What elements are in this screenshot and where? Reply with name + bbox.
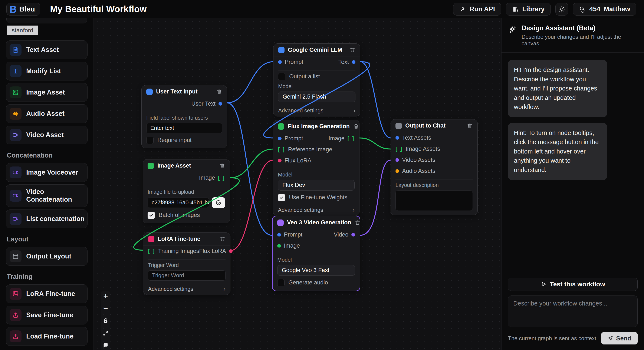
- image-icon: [10, 288, 22, 300]
- input-port-prompt[interactable]: [277, 233, 281, 236]
- credits-user-button[interactable]: 454 Matthew: [573, 3, 636, 16]
- delete-node-icon[interactable]: [219, 163, 225, 169]
- node-user-text-input[interactable]: User Text Input User Text Field label sh…: [142, 85, 227, 148]
- node-google-gemini-llm[interactable]: Google Gemini LLM Prompt Text Output a l…: [273, 44, 360, 116]
- sidebar-item-image-asset[interactable]: Image Asset: [6, 83, 88, 102]
- fit-view-button[interactable]: [102, 330, 109, 337]
- design-assistant-panel: Design Assistant (Beta) Describe your ch…: [501, 18, 644, 350]
- input-port-reference-image[interactable]: [ ]: [278, 146, 285, 153]
- input-port-audio-assets[interactable]: [396, 169, 399, 173]
- advanced-settings-toggle[interactable]: Advanced settings ›: [274, 105, 360, 116]
- trigger-word-input[interactable]: Trigger Word: [148, 270, 226, 280]
- output-a-list-checkbox[interactable]: [278, 73, 285, 80]
- node-flux-image-generation[interactable]: Flux Image Generation Prompt Image[ ] [ …: [273, 120, 360, 216]
- input-port-prompt[interactable]: [278, 60, 282, 64]
- sun-icon: [558, 6, 566, 13]
- layout-description-input[interactable]: [396, 190, 473, 211]
- input-port-prompt[interactable]: [278, 137, 282, 140]
- assistant-composer-input[interactable]: [508, 296, 638, 327]
- sidebar-item-list-concatenation[interactable]: List concatenation: [6, 210, 88, 228]
- image-icon: [10, 86, 22, 98]
- drag-tag-chip: stanford: [7, 26, 38, 35]
- output-port-flux-lora[interactable]: [229, 249, 232, 253]
- node-type-icon: [148, 236, 154, 242]
- zoom-out-button[interactable]: −: [102, 305, 109, 312]
- layout-icon: [10, 250, 22, 262]
- node-veo-3-video-generation[interactable]: Veo 3 Video Generation Prompt Video Imag…: [272, 216, 360, 291]
- input-port-video-assets[interactable]: [396, 158, 399, 162]
- chevron-right-icon: ›: [352, 207, 354, 213]
- advanced-settings-toggle[interactable]: Advanced settings ›: [143, 283, 230, 295]
- model-select[interactable]: Google Veo 3 Fast: [277, 265, 355, 276]
- workflow-title[interactable]: My Beautiful Workflow: [50, 4, 147, 14]
- input-port-text-assets[interactable]: [396, 136, 399, 140]
- sparkles-icon: [508, 25, 517, 47]
- node-lora-fine-tune[interactable]: LoRA Fine-tune [ ]Training Images Flux L…: [143, 232, 230, 295]
- send-button[interactable]: Send: [601, 332, 638, 344]
- output-port-video[interactable]: [352, 233, 355, 236]
- test-workflow-button[interactable]: Test this workflow: [508, 278, 638, 291]
- delete-node-icon[interactable]: [353, 124, 359, 130]
- sidebar-item-audio-asset[interactable]: Audio Asset: [6, 104, 88, 123]
- input-port-flux-lora[interactable]: [278, 159, 282, 162]
- context-note: The current graph is sent as context.: [508, 335, 598, 342]
- home-logo-button[interactable]: B Bleu: [6, 3, 40, 16]
- sidebar-item-modify-list[interactable]: Modify List: [6, 62, 88, 80]
- credits-count: 454: [589, 5, 600, 13]
- canvas-toolbar: + −: [101, 291, 110, 350]
- delete-node-icon[interactable]: [216, 89, 222, 95]
- audio-waveform-icon: [10, 108, 22, 120]
- zoom-in-button[interactable]: +: [102, 292, 109, 300]
- upload-icon: [10, 330, 22, 342]
- require-input-checkbox[interactable]: [146, 137, 154, 144]
- output-port-image-list[interactable]: [ ]: [218, 174, 225, 181]
- lock-toggle-button[interactable]: [102, 317, 109, 324]
- image-file-input[interactable]: c27f8988-16a0-45b1-b269-35: [148, 198, 209, 208]
- send-plane-icon: [608, 336, 613, 341]
- delete-node-icon[interactable]: [354, 220, 360, 226]
- top-bar: B Bleu My Beautiful Workflow Run API Lib…: [0, 0, 644, 18]
- comments-toggle-button[interactable]: [102, 342, 109, 349]
- use-fine-tune-weights-checkbox[interactable]: [278, 194, 285, 201]
- input-port-training-images[interactable]: [ ]: [148, 248, 155, 254]
- field-label-input[interactable]: Enter text: [146, 123, 222, 133]
- sidebar-item-video-asset[interactable]: Video Asset: [6, 126, 88, 144]
- model-select[interactable]: Flux Dev: [278, 180, 354, 190]
- generate-audio-checkbox[interactable]: [277, 279, 284, 286]
- sidebar-item-image-voiceover[interactable]: Image Voiceover: [6, 163, 88, 182]
- batch-of-images-checkbox[interactable]: [148, 212, 155, 219]
- output-port-image-list[interactable]: [ ]: [347, 135, 354, 142]
- output-port-text[interactable]: [352, 60, 356, 64]
- sidebar-item-video-concatenation[interactable]: Video Concatenation: [6, 184, 88, 207]
- delete-node-icon[interactable]: [467, 123, 473, 129]
- text-asset-icon: [10, 44, 22, 56]
- play-icon: [540, 281, 546, 287]
- node-output-to-chat[interactable]: Output to Chat Text Assets [ ]Image Asse…: [390, 119, 478, 215]
- theme-toggle-button[interactable]: [556, 3, 568, 16]
- node-image-asset[interactable]: Image Asset Image[ ] Image file to uploa…: [143, 159, 230, 223]
- run-api-button[interactable]: Run API: [453, 3, 501, 16]
- sidebar-item-load-fine-tune[interactable]: Load Fine-tune: [6, 327, 88, 346]
- node-type-icon: [146, 88, 153, 95]
- model-select[interactable]: Gemini 2.5 Flash: [278, 92, 356, 102]
- advanced-settings-toggle[interactable]: Advanced settings ›: [273, 204, 359, 216]
- delete-node-icon[interactable]: [350, 47, 356, 53]
- workflow-canvas[interactable]: User Text Input User Text Field label sh…: [94, 18, 501, 350]
- sidebar-item-output-layout[interactable]: Output Layout: [6, 247, 88, 266]
- sidebar-item-lora-fine-tune[interactable]: LoRA Fine-tune: [6, 284, 88, 303]
- confirm-file-button[interactable]: [212, 197, 225, 208]
- bleu-logo-icon: B: [10, 4, 16, 14]
- sidebar-item-save-fine-tune[interactable]: Save Fine-tune: [6, 306, 88, 324]
- library-button[interactable]: Library: [506, 3, 551, 16]
- input-port-image[interactable]: [277, 244, 281, 248]
- video-camera-icon: [10, 129, 22, 141]
- delete-node-icon[interactable]: [220, 236, 226, 242]
- scrolled-item-partial[interactable]: [6, 18, 87, 24]
- assistant-title: Design Assistant (Beta): [522, 24, 638, 32]
- input-port-image-assets[interactable]: [ ]: [396, 146, 403, 152]
- output-port-user-text[interactable]: [218, 102, 222, 106]
- coins-icon: [579, 6, 586, 12]
- user-name: Matthew: [604, 5, 630, 13]
- sidebar-item-text-asset[interactable]: Text Asset: [6, 40, 88, 59]
- assistant-subtitle: Describe your changes and I'll adjust th…: [522, 34, 638, 47]
